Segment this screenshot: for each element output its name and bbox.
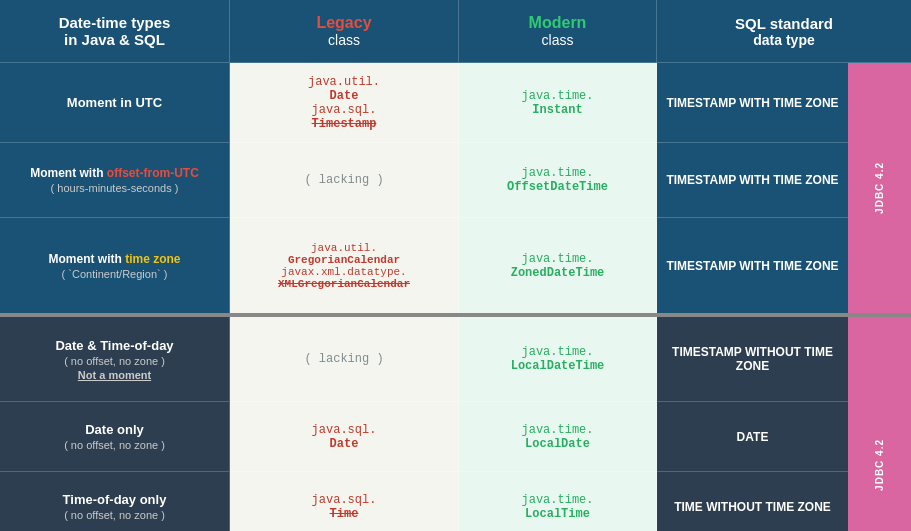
modern-jtime-text: java.time. bbox=[521, 89, 593, 103]
legacy-util-text: java.util. bbox=[308, 75, 380, 89]
row-datetime-modern: java.time. LocalDateTime bbox=[459, 317, 657, 402]
time-lt-text: LocalTime bbox=[525, 507, 590, 521]
zone-xml-text: javax.xml.datatype. bbox=[281, 266, 406, 278]
row-time-label: Time-of-day only ( no offset, no zone ) bbox=[0, 472, 230, 531]
datetime-lacking-text: ( lacking ) bbox=[304, 352, 383, 366]
zone-zdt-text: ZonedDateTime bbox=[511, 266, 605, 280]
jdbc-top-label: JDBC 4.2 bbox=[874, 162, 885, 214]
header-col3: Modern class bbox=[459, 0, 657, 63]
datetime-jtime-text: java.time. bbox=[521, 345, 593, 359]
header-modern-sub: class bbox=[542, 32, 574, 48]
row-datetime-sub: ( no offset, no zone ) bbox=[64, 355, 165, 367]
header-col1-text2: in Java & SQL bbox=[64, 31, 165, 48]
header-modern-label: Modern bbox=[529, 14, 587, 32]
row-moment-utc-sql: TIMESTAMP WITH TIME ZONE bbox=[657, 63, 848, 143]
row-zone-sql: TIMESTAMP WITH TIME ZONE bbox=[657, 218, 848, 313]
row-datetime-legacy: ( lacking ) bbox=[230, 317, 459, 402]
offset-odt-text: OffsetDateTime bbox=[507, 180, 608, 194]
date-sql-text: java.sql. bbox=[312, 423, 377, 437]
row-offset-label: Moment with offset-from-UTC( hours-minut… bbox=[0, 143, 230, 218]
row-moment-utc-modern: java.time. Instant bbox=[459, 63, 657, 143]
legacy-date-text: Date bbox=[330, 89, 359, 103]
section-top: Moment in UTC java.util. Date java.sql. … bbox=[0, 63, 911, 313]
row-moment-utc-label: Moment in UTC bbox=[0, 63, 230, 143]
date-ld-text: LocalDate bbox=[525, 437, 590, 451]
row-time-sub: ( no offset, no zone ) bbox=[64, 509, 165, 521]
datetime-ldt-text: LocalDateTime bbox=[511, 359, 605, 373]
row-time-main: Time-of-day only bbox=[63, 492, 167, 507]
modern-instant-text: Instant bbox=[532, 103, 582, 117]
section-bottom: Date & Time-of-day ( no offset, no zone … bbox=[0, 317, 911, 531]
row-moment-utc-text: Moment in UTC bbox=[67, 95, 162, 110]
time-time-text: Time bbox=[330, 507, 359, 521]
time-sql-text: java.sql. bbox=[312, 493, 377, 507]
zone-greg-text: GregorianCalendar bbox=[288, 254, 400, 266]
sql-tz1-text: TIMESTAMP WITH TIME ZONE bbox=[666, 96, 838, 110]
row-zone-modern: java.time. ZonedDateTime bbox=[459, 218, 657, 313]
row-datetime-label: Date & Time-of-day ( no offset, no zone … bbox=[0, 317, 230, 402]
row-zone-sub-text: ( `Continent/Region` ) bbox=[62, 268, 168, 280]
date-jtime-text: java.time. bbox=[521, 423, 593, 437]
header-legacy-sub: class bbox=[328, 32, 360, 48]
date-date-text: Date bbox=[330, 437, 359, 451]
offset-lacking-text: ( lacking ) bbox=[304, 173, 383, 187]
jdbc-bottom-cell: JDBC 4.2 bbox=[848, 317, 911, 531]
sql-time-text: TIME WITHOUT TIME ZONE bbox=[674, 500, 831, 514]
sql-notz1-text: TIMESTAMP WITHOUT TIME ZONE bbox=[663, 345, 842, 373]
header-col2: Legacy class bbox=[230, 0, 459, 63]
row-date-label: Date only ( no offset, no zone ) bbox=[0, 402, 230, 472]
row-offset-sub-text: ( hours-minutes-seconds ) bbox=[51, 182, 179, 194]
sql-tz2-text: TIMESTAMP WITH TIME ZONE bbox=[666, 173, 838, 187]
header-col1-text: Date-time types bbox=[59, 14, 171, 31]
row-offset-legacy: ( lacking ) bbox=[230, 143, 459, 218]
row-offset-modern: java.time. OffsetDateTime bbox=[459, 143, 657, 218]
legacy-sql-text: java.sql. bbox=[312, 103, 377, 117]
offset-jtime-text: java.time. bbox=[521, 166, 593, 180]
row-time-legacy: java.sql. Time bbox=[230, 472, 459, 531]
row-zone-main-text: Moment with time zone bbox=[48, 252, 180, 266]
sql-date-text: DATE bbox=[737, 430, 769, 444]
jdbc-top-cell: JDBC 4.2 bbox=[848, 63, 911, 313]
row-zone-label: Moment with time zone( `Continent/Region… bbox=[0, 218, 230, 313]
zone-jtime-text: java.time. bbox=[521, 252, 593, 266]
sql-tz3-text: TIMESTAMP WITH TIME ZONE bbox=[666, 259, 838, 273]
jdbc-bottom-label: JDBC 4.2 bbox=[874, 439, 885, 491]
row-date-sub: ( no offset, no zone ) bbox=[64, 439, 165, 451]
row-date-modern: java.time. LocalDate bbox=[459, 402, 657, 472]
row-time-sql: TIME WITHOUT TIME ZONE bbox=[657, 472, 848, 531]
row-datetime-sql: TIMESTAMP WITHOUT TIME ZONE bbox=[657, 317, 848, 402]
row-date-main: Date only bbox=[85, 422, 144, 437]
row-date-sql: DATE bbox=[657, 402, 848, 472]
legacy-timestamp-text: Timestamp bbox=[312, 117, 377, 131]
row-zone-legacy: java.util. GregorianCalendar javax.xml.d… bbox=[230, 218, 459, 313]
row-offset-main-text: Moment with offset-from-UTC bbox=[30, 166, 199, 180]
row-moment-utc-legacy: java.util. Date java.sql. Timestamp bbox=[230, 63, 459, 143]
header-col4: SQL standard data type bbox=[657, 0, 911, 63]
row-offset-sql: TIMESTAMP WITH TIME ZONE bbox=[657, 143, 848, 218]
zone-util-text: java.util. bbox=[311, 242, 377, 254]
row-datetime-main: Date & Time-of-day bbox=[55, 338, 173, 353]
header-sql-label: SQL standard bbox=[735, 15, 833, 32]
row-time-modern: java.time. LocalTime bbox=[459, 472, 657, 531]
time-jtime-text: java.time. bbox=[521, 493, 593, 507]
header-sql-sub: data type bbox=[753, 32, 814, 48]
row-date-legacy: java.sql. Date bbox=[230, 402, 459, 472]
header-row: Date-time types in Java & SQL Legacy cla… bbox=[0, 0, 911, 63]
zone-xmlgreg-text: XMLGregorianCalendar bbox=[278, 278, 410, 290]
row-datetime-sub2: Not a moment bbox=[78, 369, 151, 381]
header-col1: Date-time types in Java & SQL bbox=[0, 0, 230, 63]
header-legacy-label: Legacy bbox=[316, 14, 371, 32]
